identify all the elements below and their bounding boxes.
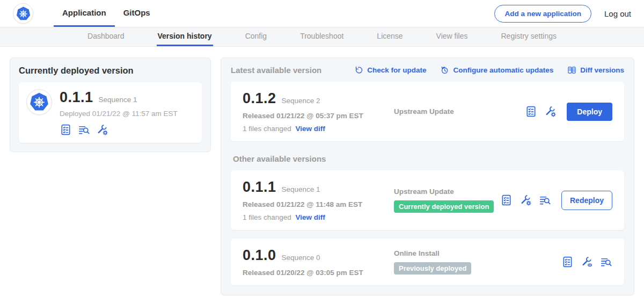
config-icon[interactable] (519, 194, 532, 206)
other-available-title: Other available versions (233, 154, 624, 163)
deploy-button[interactable]: Deploy (567, 103, 612, 121)
currently-deployed-card: Currently deployed version 0.1.1 Sequenc… (10, 57, 211, 152)
currently-deployed-title: Currently deployed version (19, 66, 202, 76)
config-icon[interactable] (544, 105, 557, 118)
app-subnav: Dashboard Version history Config Trouble… (0, 27, 644, 47)
subnav-tab-version-history[interactable]: Version history (157, 27, 213, 46)
subnav-tab-config[interactable]: Config (244, 27, 268, 46)
version-source-label: Online Install (394, 249, 440, 257)
brand (13, 0, 33, 27)
deploy-logs-icon[interactable] (600, 256, 612, 268)
version-number: 0.1.1 (243, 179, 276, 196)
schedule-icon (440, 66, 449, 75)
deployed-version-number: 0.1.1 (60, 89, 93, 106)
configure-automatic-updates-link[interactable]: Configure automatic updates (440, 66, 553, 75)
redeploy-button[interactable]: Redeploy (561, 191, 612, 210)
deploy-logs-icon[interactable] (539, 194, 551, 206)
deployed-sequence-label: Sequence 1 (99, 96, 137, 104)
released-timestamp: Released 01/20/22 @ 03:05 pm EST (243, 269, 394, 277)
released-timestamp: Released 01/21/22 @ 05:37 pm EST (243, 112, 394, 120)
released-timestamp: Released 01/21/22 @ 11:48 am EST (243, 200, 394, 208)
tab-application[interactable]: Application (54, 0, 115, 27)
app-kubernetes-logo-icon (26, 89, 52, 115)
sequence-label: Sequence 1 (282, 185, 320, 193)
config-view-icon[interactable] (581, 256, 593, 268)
preflight-checks-icon[interactable] (525, 105, 537, 118)
view-diff-link[interactable]: View diff (296, 213, 325, 221)
diff-versions-label: Diff versions (580, 66, 624, 74)
latest-available-title: Latest available version (231, 66, 321, 75)
add-new-application-button[interactable]: Add a new application (494, 5, 591, 23)
check-for-update-label: Check for update (367, 66, 426, 74)
deploy-logs-icon[interactable] (78, 124, 90, 136)
preflight-checks-icon[interactable] (60, 124, 72, 136)
previously-deployed-badge: Previously deployed (394, 262, 471, 275)
files-changed-label: 1 files changed (243, 213, 291, 221)
version-row-0-1-1: 0.1.1 Sequence 1 Released 01/21/22 @ 11:… (231, 170, 624, 230)
check-for-update-link[interactable]: Check for update (354, 66, 426, 75)
sequence-label: Sequence 0 (282, 254, 320, 262)
tab-gitops[interactable]: GitOps (115, 0, 159, 27)
version-number: 0.1.0 (243, 247, 276, 264)
diff-icon (567, 66, 576, 75)
preflight-checks-icon[interactable] (500, 194, 513, 206)
logout-button[interactable]: Log out (604, 9, 631, 18)
app-tabs: Application GitOps (54, 0, 159, 27)
available-versions-panel: Latest available version Check for updat… (221, 57, 634, 295)
preflight-checks-icon[interactable] (561, 256, 574, 268)
version-row-0-1-0: 0.1.0 Sequence 0 Released 01/20/22 @ 03:… (231, 239, 624, 285)
subnav-tab-registry-settings[interactable]: Registry settings (500, 27, 558, 46)
deployed-version-card: 0.1.1 Sequence 1 Deployed 01/21/22 @ 11:… (19, 82, 202, 143)
refresh-icon (354, 66, 363, 75)
config-icon[interactable] (96, 124, 108, 136)
version-row-0-1-2: 0.1.2 Sequence 2 Released 01/21/22 @ 05:… (231, 82, 624, 141)
subnav-tab-troubleshoot[interactable]: Troubleshoot (299, 27, 345, 46)
configure-automatic-updates-label: Configure automatic updates (453, 66, 553, 74)
diff-versions-link[interactable]: Diff versions (567, 66, 624, 75)
currently-deployed-badge: Currently deployed version (394, 200, 494, 213)
version-source-label: Upstream Update (394, 187, 454, 196)
subnav-tab-license[interactable]: License (376, 27, 404, 46)
files-changed-label: 1 files changed (243, 125, 291, 133)
app-header: Application GitOps Add a new application… (0, 0, 644, 27)
view-diff-link[interactable]: View diff (296, 125, 325, 133)
deployed-timestamp: Deployed 01/21/22 @ 11:57 am EST (60, 110, 178, 118)
version-number: 0.1.2 (243, 90, 276, 107)
subnav-tab-view-files[interactable]: View files (435, 27, 469, 46)
kubernetes-logo-icon (13, 3, 33, 24)
subnav-tab-dashboard[interactable]: Dashboard (86, 27, 126, 46)
version-source-label: Upstream Update (394, 107, 454, 116)
sequence-label: Sequence 2 (282, 97, 320, 105)
